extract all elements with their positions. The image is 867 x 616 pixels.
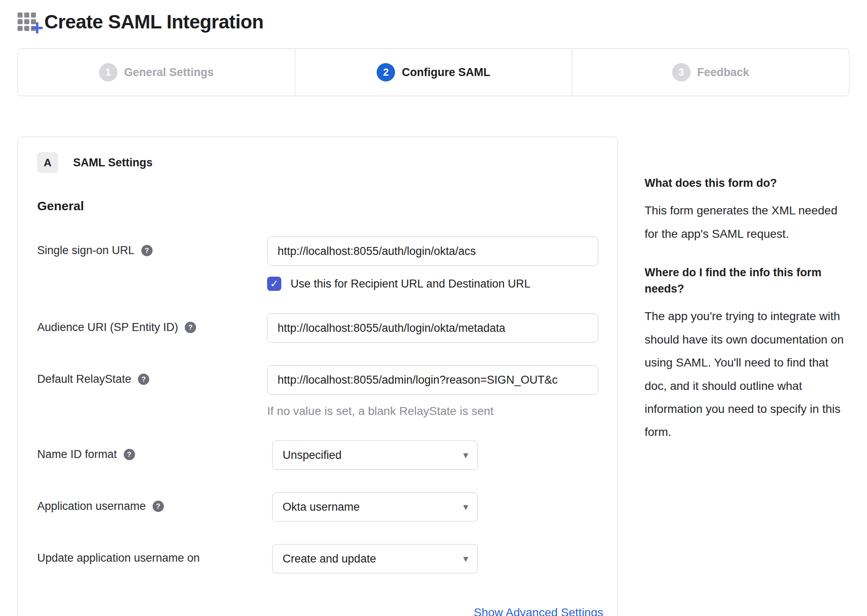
help-icon[interactable]: ? [153,501,164,512]
audience-uri-label: Audience URI (SP Entity ID) [37,321,178,334]
name-id-format-select[interactable]: Unspecified ▾ [272,440,478,470]
help-sidebar: What does this form do? This form genera… [645,137,858,463]
plus-icon: + [31,17,43,38]
chevron-down-icon: ▾ [463,449,468,461]
chevron-down-icon: ▾ [463,501,468,513]
single-sign-on-url-row: Single sign-on URL ? ✓ Use this for Reci… [37,237,598,291]
sidebar-heading-where: Where do I find the info this form needs… [645,265,841,297]
section-a-badge: A [37,152,58,173]
create-app-grid-plus-icon: + [17,10,40,33]
step-3-label: Feedback [697,66,750,79]
step-1-number-badge: 1 [99,63,117,81]
update-application-username-label: Update application username on [37,552,200,565]
application-username-row: Application username ? Okta username ▾ [37,492,598,522]
sidebar-body-where: The app you're trying to integrate with … [645,305,854,444]
update-application-username-select[interactable]: Create and update ▾ [272,544,478,573]
name-id-format-value: Unspecified [283,449,342,462]
step-feedback[interactable]: 3 Feedback [572,49,849,96]
audience-uri-row: Audience URI (SP Entity ID) ? [37,313,598,343]
help-icon[interactable]: ? [138,374,149,385]
card-title: SAML Settings [73,156,153,169]
name-id-format-label: Name ID format [37,448,117,461]
chevron-down-icon: ▾ [463,553,468,565]
recipient-destination-checkbox-label: Use this for Recipient URL and Destinati… [291,277,530,290]
default-relaystate-row: Default RelayState ? If no value is set,… [37,365,598,418]
step-1-label: General Settings [124,66,214,79]
update-application-username-value: Create and update [283,552,376,565]
sidebar-heading-what: What does this form do? [645,175,841,191]
default-relaystate-input[interactable] [267,365,598,395]
step-2-label: Configure SAML [402,66,490,79]
general-section-heading: General [37,199,598,213]
application-username-select[interactable]: Okta username ▾ [272,492,478,522]
update-application-username-row: Update application username on Create an… [37,544,598,573]
step-3-number-badge: 3 [672,63,691,81]
card-header: A SAML Settings [37,152,598,173]
relaystate-helper-text: If no value is set, a blank RelayState i… [267,405,598,418]
sidebar-body-what: This form generates the XML needed for t… [645,199,854,245]
page-title: Create SAML Integration [44,10,263,33]
application-username-value: Okta username [283,501,360,514]
page-header: + Create SAML Integration [0,0,867,33]
wizard-step-bar: 1 General Settings 2 Configure SAML 3 Fe… [18,48,849,96]
step-general-settings[interactable]: 1 General Settings [18,49,295,96]
single-sign-on-url-input[interactable] [267,237,598,266]
saml-settings-card: A SAML Settings General Single sign-on U… [18,137,618,616]
help-icon[interactable]: ? [124,449,135,460]
audience-uri-input[interactable] [267,313,598,343]
help-icon[interactable]: ? [185,322,196,333]
name-id-format-row: Name ID format ? Unspecified ▾ [37,440,598,470]
default-relaystate-label: Default RelayState [37,373,131,386]
step-configure-saml[interactable]: 2 Configure SAML [295,49,572,96]
step-2-number-badge: 2 [377,63,395,81]
check-icon: ✓ [270,278,278,290]
main-content: A SAML Settings General Single sign-on U… [18,137,867,616]
recipient-destination-checkbox[interactable]: ✓ [267,277,281,291]
help-icon[interactable]: ? [141,245,153,256]
application-username-label: Application username [37,500,146,513]
single-sign-on-url-label: Single sign-on URL [37,244,135,257]
show-advanced-settings-link[interactable]: Show Advanced Settings [474,606,603,616]
